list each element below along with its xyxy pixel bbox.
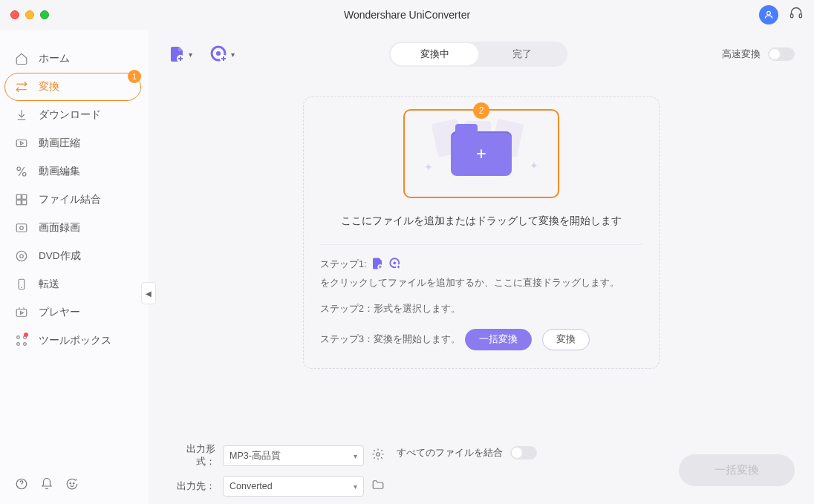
- svg-rect-8: [16, 194, 21, 199]
- output-format-select[interactable]: MP3-高品質▾: [223, 445, 364, 466]
- batch-convert-main-button[interactable]: 一括変換: [679, 454, 795, 486]
- sidebar-item-label: ダウンロード: [39, 108, 101, 122]
- step3-row: ステップ3：変換を開始します。 一括変換 変換: [320, 329, 642, 350]
- svg-rect-9: [22, 194, 27, 199]
- svg-point-29: [74, 483, 75, 485]
- step1-suffix: をクリックしてファイルを追加するか、ここに直接ドラッグします。: [320, 277, 619, 289]
- sidebar-item-toolbox[interactable]: ツールボックス: [0, 327, 149, 355]
- step-badge-2: 2: [473, 102, 489, 119]
- sidebar-item-download[interactable]: ダウンロード: [0, 101, 149, 129]
- download-icon: [15, 108, 28, 122]
- sidebar-item-label: ファイル結合: [39, 193, 101, 206]
- sidebar-item-label: 変換: [39, 80, 59, 94]
- svg-point-5: [17, 167, 21, 171]
- collapse-sidebar-button[interactable]: ◀: [141, 282, 156, 304]
- fast-convert-label: 高速変換: [722, 48, 761, 61]
- svg-marker-21: [21, 312, 24, 315]
- svg-point-15: [20, 255, 24, 258]
- transfer-icon: [15, 278, 28, 291]
- sidebar-item-home[interactable]: ホーム: [0, 45, 149, 73]
- merge-toggle[interactable]: [510, 446, 537, 459]
- output-dest-value: Converted: [229, 481, 273, 491]
- svg-point-23: [24, 336, 27, 339]
- step-badge-1: 1: [128, 70, 141, 83]
- feedback-button[interactable]: [65, 477, 79, 494]
- convert-button[interactable]: 変換: [542, 329, 590, 350]
- merge-icon: [15, 193, 28, 206]
- help-button[interactable]: [15, 477, 28, 494]
- dvd-icon: [15, 249, 28, 263]
- svg-point-32: [216, 51, 221, 56]
- svg-point-36: [394, 261, 397, 264]
- open-folder-button[interactable]: [371, 478, 385, 494]
- svg-rect-12: [16, 224, 27, 232]
- step2-row: ステップ2：形式を選択します。: [320, 303, 642, 315]
- output-format-label: 出力形式：: [168, 443, 215, 468]
- sidebar-item-label: 動画編集: [39, 165, 80, 178]
- svg-point-13: [20, 226, 24, 230]
- chevron-down-icon: ▾: [231, 50, 235, 59]
- svg-point-25: [24, 343, 27, 346]
- convert-icon: [15, 80, 28, 94]
- app-title: Wondershare UniConverter: [0, 9, 814, 21]
- toolbox-icon: [15, 334, 28, 347]
- sidebar-item-compress[interactable]: 動画圧縮: [0, 129, 149, 157]
- sidebar: ホーム 変換 1 ダウンロード 動画圧縮 動画編集: [0, 30, 149, 504]
- sidebar-item-convert[interactable]: 変換 1: [0, 73, 149, 101]
- compress-icon: [15, 137, 28, 150]
- format-settings-button[interactable]: [371, 448, 385, 464]
- output-format-value: MP3-高品質: [229, 450, 281, 462]
- notifications-button[interactable]: [40, 477, 53, 494]
- svg-point-24: [17, 343, 20, 346]
- svg-point-6: [23, 173, 27, 177]
- add-file-button[interactable]: ▾: [168, 45, 192, 63]
- sidebar-item-merge[interactable]: ファイル結合: [0, 186, 149, 214]
- folder-illustration: + ✦✦: [451, 131, 512, 176]
- sidebar-item-record[interactable]: 画面録画: [0, 214, 149, 242]
- sidebar-item-dvd[interactable]: DVD作成: [0, 242, 149, 270]
- sidebar-item-label: DVD作成: [39, 249, 81, 263]
- sidebar-item-label: ツールボックス: [39, 334, 111, 347]
- batch-convert-button[interactable]: 一括変換: [465, 329, 532, 350]
- svg-rect-18: [16, 310, 27, 317]
- fast-convert-toggle[interactable]: [768, 48, 795, 61]
- svg-point-14: [16, 251, 27, 261]
- drop-zone[interactable]: 2 + ✦✦: [403, 109, 559, 198]
- status-tabs: 変換中 完了: [389, 42, 567, 67]
- svg-marker-4: [21, 142, 24, 145]
- step3-text: ステップ3：変換を開始します。: [320, 333, 460, 346]
- output-dest-select[interactable]: Converted▾: [223, 476, 364, 497]
- drop-hint: ここにファイルを追加またはドラッグして変換を開始します: [341, 215, 622, 228]
- sidebar-item-label: プレヤー: [39, 306, 80, 319]
- add-dvd-button[interactable]: ▾: [210, 45, 235, 63]
- chevron-down-icon: ▾: [189, 50, 192, 59]
- sidebar-item-label: 画面録画: [39, 221, 80, 235]
- sidebar-item-player[interactable]: プレヤー: [0, 298, 149, 327]
- step1-row: ステップ1: をクリックしてファイルを追加するか、ここに直接ドラッグします。: [320, 257, 642, 289]
- svg-line-7: [19, 167, 25, 176]
- tab-converting[interactable]: 変換中: [391, 43, 478, 65]
- output-dest-label: 出力先：: [168, 480, 215, 493]
- main-panel: ▾ ▾ 変換中 完了 高速変換 2: [149, 30, 814, 504]
- home-icon: [15, 52, 28, 65]
- player-icon: [15, 306, 28, 319]
- svg-point-22: [17, 336, 20, 339]
- titlebar: Wondershare UniConverter: [0, 0, 814, 30]
- svg-rect-10: [16, 200, 21, 205]
- svg-rect-3: [16, 140, 27, 147]
- tab-done[interactable]: 完了: [478, 43, 566, 65]
- svg-point-28: [70, 483, 71, 485]
- sidebar-item-transfer[interactable]: 転送: [0, 270, 149, 298]
- sidebar-item-edit[interactable]: 動画編集: [0, 157, 149, 186]
- svg-point-38: [377, 453, 380, 456]
- drop-card: 2 + ✦✦ ここにファイルを追加またはドラッグして変換を開始します ステップ1…: [303, 96, 660, 369]
- sidebar-item-label: 動画圧縮: [39, 137, 80, 150]
- add-dvd-icon: [388, 257, 402, 272]
- add-file-icon: [371, 257, 384, 272]
- edit-icon: [15, 165, 28, 178]
- merge-label: すべてのファイルを結合: [397, 447, 503, 459]
- sidebar-item-label: ホーム: [39, 52, 70, 65]
- sidebar-item-label: 転送: [39, 278, 59, 291]
- divider: [320, 244, 642, 245]
- step1-prefix: ステップ1:: [320, 258, 366, 271]
